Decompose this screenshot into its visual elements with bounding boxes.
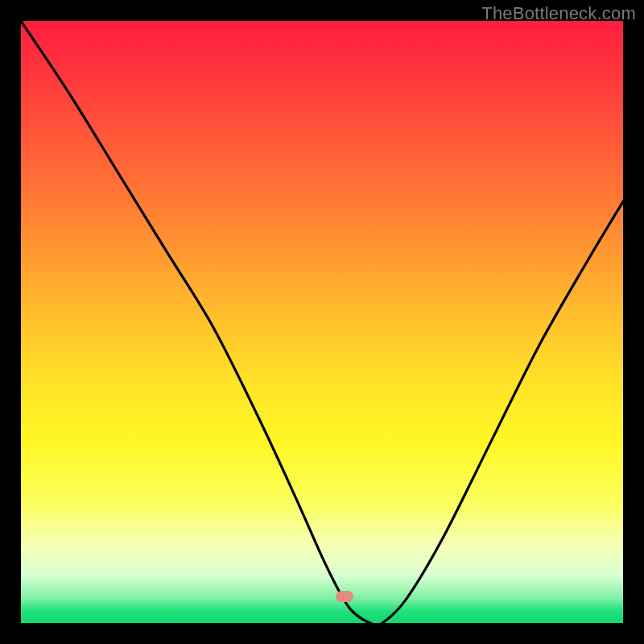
bottleneck-curve [21, 21, 623, 623]
chart-frame: TheBottleneck.com [0, 0, 644, 644]
plot-area [21, 21, 623, 623]
watermark-text: TheBottleneck.com [481, 3, 636, 24]
optimal-point-marker [336, 591, 353, 602]
